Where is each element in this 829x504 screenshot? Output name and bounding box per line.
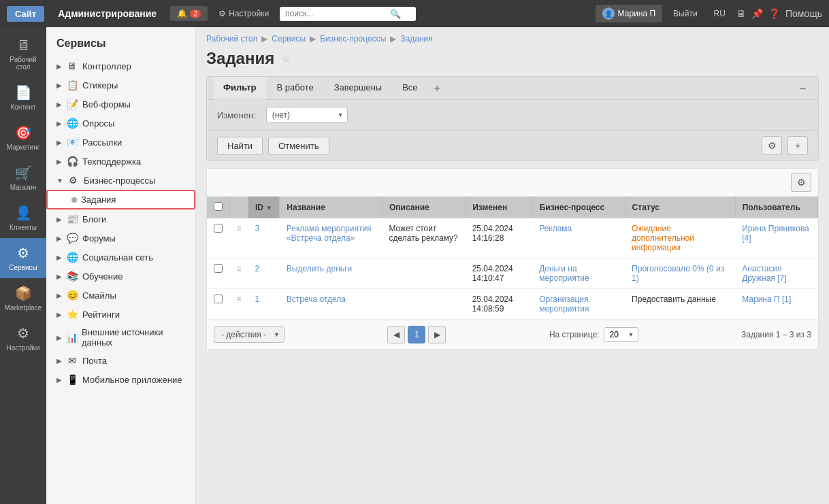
sidebar-item-smileys[interactable]: ▶ 😊 Смайлы [46,286,195,305]
sidebar-item-mail[interactable]: ▶ ✉ Почта [46,351,195,370]
monitor-icon[interactable]: 🖥 [736,8,746,19]
row-id-link-2[interactable]: 1 [255,295,260,304]
filter-settings-button[interactable]: ⚙ [762,136,782,155]
sidebar-item-social[interactable]: ▶ 🌐 Социальная сеть [46,248,195,267]
row-drag-1[interactable]: ≡ [230,258,248,289]
th-name[interactable]: Название [280,197,383,218]
pin-icon[interactable]: 📌 [751,8,763,19]
sidebar-item-tasks[interactable]: Задания [46,190,195,209]
th-bizproc[interactable]: Бизнес-процесс [532,197,625,218]
arrow-icon: ▶ [56,101,62,108]
row-name-link-2[interactable]: Встреча отдела [287,295,346,304]
filter-tab-filter[interactable]: Фильтр [214,77,266,100]
sidebar-item-desktop[interactable]: 🖥 Рабочий стол [0,31,46,78]
sidebar-item-blogs[interactable]: ▶ 📰 Блоги [46,209,195,229]
sidebar-item-marketplace[interactable]: 📦 Marketplace [0,278,46,318]
table-row: ≡ 2 Выделить деньги 25.04.2024 14:10:47 … [207,258,818,289]
sidebar-item-webforms[interactable]: ▶ 📝 Веб-формы [46,95,195,114]
per-page-select-wrap: 20 50 100 [604,327,638,342]
sidebar-item-mobile[interactable]: ▶ 📱 Мобильное приложение [46,370,195,389]
logout-button[interactable]: Выйти [668,6,703,21]
filter-collapse-button[interactable]: – [794,79,811,98]
th-id[interactable]: ID ▼ [248,197,280,218]
filter-tab-all[interactable]: Все [393,77,427,100]
breadcrumb-services[interactable]: Сервисы [272,34,306,44]
sidebar-item-services[interactable]: ⚙ Сервисы [0,238,46,278]
row-name-link-0[interactable]: Реклама мероприятия «Встреча отдела» [287,224,372,243]
sidebar-item-stickers[interactable]: ▶ 📋 Стикеры [46,75,195,95]
row-checkbox-2[interactable] [214,295,223,303]
cancel-button[interactable]: Отменить [268,137,329,155]
sidebar-item-shop[interactable]: 🛒 Магазин [0,158,46,198]
row-user-link-2[interactable]: Марина П [1] [742,295,791,304]
select-all-checkbox[interactable] [214,202,223,211]
th-description[interactable]: Описание [382,197,465,218]
row-user-link-1[interactable]: Анастасия Дружная [7] [742,264,786,283]
prev-page-button[interactable]: ◀ [387,326,405,343]
help-label[interactable]: Помощь [785,8,822,19]
row-bizproc-link-1[interactable]: Деньги на мероприятие [539,264,589,283]
page-title: Задания [206,49,274,68]
table-settings-button[interactable]: ⚙ [791,173,811,192]
changed-select[interactable]: (нет) [266,107,348,123]
sidebar-item-ratings[interactable]: ▶ ⭐ Рейтинги [46,305,195,324]
row-id-link-0[interactable]: 3 [255,224,260,233]
row-user-link-0[interactable]: Ирина Пряникова [4] [742,224,809,243]
sidebar-item-surveys[interactable]: ▶ 🌐 Опросы [46,114,195,133]
help-icon[interactable]: ❓ [768,8,780,19]
filter-tab-completed[interactable]: Завершены [325,77,391,100]
row-checkbox-0[interactable] [214,224,223,233]
total-info: Задания 1 – 3 из 3 [741,330,811,339]
sidebar-item-forums[interactable]: ▶ 💬 Форумы [46,229,195,248]
filter-add-row-button[interactable]: + [787,136,808,155]
sidebar-item-marketing[interactable]: 🎯 Маркетинг [0,118,46,158]
page-1-button[interactable]: 1 [408,326,425,343]
next-page-button[interactable]: ▶ [428,326,446,343]
sidebar-item-external[interactable]: ▶ 📊 Внешние источники данных [46,324,195,351]
search-input[interactable] [285,9,387,18]
breadcrumb-sep2: ▶ [310,34,316,44]
row-drag-2[interactable]: ≡ [230,289,248,320]
th-checkbox [207,197,230,218]
per-page-section: На странице: 20 50 100 [549,327,638,342]
breadcrumb-bizproc[interactable]: Бизнес-процессы [320,34,386,44]
site-button[interactable]: Сайт [7,6,44,22]
notifications-button[interactable]: 🔔 2 [170,6,208,21]
sidebar-item-learning[interactable]: ▶ 📚 Обучение [46,267,195,286]
content-area: Рабочий стол ▶ Сервисы ▶ Бизнес-процессы… [196,27,829,504]
th-user[interactable]: Пользователь [735,197,817,218]
sidebar-item-mailings[interactable]: ▶ 📧 Рассылки [46,133,195,152]
search-box[interactable]: 🔍 [280,7,416,21]
row-name-link-1[interactable]: Выделить деньги [287,264,352,273]
marketing-icon: 🎯 [15,124,32,141]
sidebar-item-content[interactable]: 📄 Контент [0,78,46,118]
row-bizproc-link-0[interactable]: Реклама [539,224,572,233]
sidebar-item-clients[interactable]: 👤 Клиенты [0,198,46,238]
forums-icon: 💬 [66,232,78,244]
settings-button[interactable]: ⚙ Настройки [213,6,274,21]
th-status[interactable]: Статус [625,197,735,218]
sidebar-item-bizproc[interactable]: ▼ ⚙ Бизнес-процессы [46,171,195,190]
filter-tab-inwork[interactable]: В работе [267,77,323,100]
arrow-icon: ▶ [56,82,62,89]
row-drag-0[interactable]: ≡ [230,218,248,258]
user-menu[interactable]: 👤 Марина П [596,5,662,22]
sidebar-item-controller[interactable]: ▶ 🖥 Контроллер [46,56,195,75]
th-changed[interactable]: Изменен [466,197,533,218]
breadcrumb-desktop[interactable]: Рабочий стол [206,34,257,44]
sidebar-item-settings[interactable]: ⚙ Настройки [0,318,46,358]
sidebar-item-support[interactable]: ▶ 🎧 Техподдержка [46,152,195,171]
favorite-star-icon[interactable]: ☆ [281,52,291,65]
language-selector[interactable]: RU [709,6,731,21]
row-id-link-1[interactable]: 2 [255,264,260,273]
find-button[interactable]: Найти [217,137,263,155]
social-label: Социальная сеть [82,252,153,263]
filter-add-button[interactable]: + [429,79,446,98]
breadcrumb-sep3: ▶ [390,34,396,44]
actions-select[interactable]: - действия - [214,326,285,343]
row-bizproc-link-2[interactable]: Организация мероприятия [539,295,589,314]
desktop-icon: 🖥 [16,37,30,53]
per-page-select[interactable]: 20 50 100 [604,327,638,342]
row-bizproc-1: Деньги на мероприятие [532,258,625,289]
row-checkbox-1[interactable] [214,264,223,273]
